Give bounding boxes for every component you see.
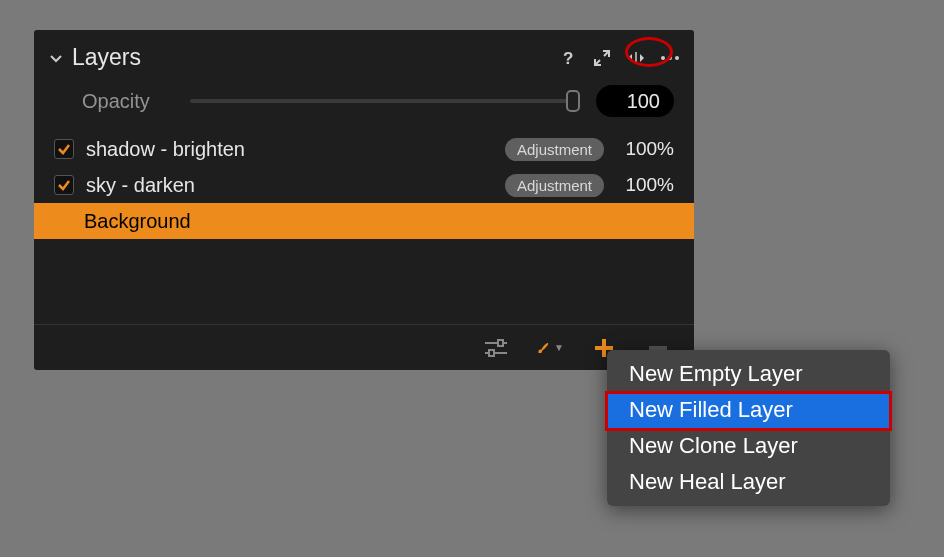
opacity-label: Opacity [82,90,172,113]
layer-visibility-checkbox[interactable] [54,175,74,195]
opacity-row: Opacity 100 [34,79,694,127]
menu-item[interactable]: New Empty Layer [607,356,890,392]
slider-thumb[interactable] [566,90,580,112]
menu-item[interactable]: New Filled Layer [607,392,890,428]
svg-point-3 [668,56,672,60]
layer-row[interactable]: sky - darkenAdjustment100% [34,167,694,203]
layer-name: sky - darken [84,174,495,197]
opacity-value-field[interactable]: 100 [596,85,674,117]
svg-rect-8 [489,350,494,356]
more-options-icon[interactable] [660,48,680,68]
layer-row[interactable]: Background [34,203,694,239]
add-layer-menu: New Empty LayerNew Filled LayerNew Clone… [607,350,890,506]
help-icon[interactable]: ? [558,48,578,68]
layers-panel: Layers ? Opacity 100 shadow - brightenAd… [34,30,694,370]
layer-visibility-checkbox[interactable] [54,139,74,159]
layer-name: Background [54,210,674,233]
brush-tool-icon[interactable]: ▼ [536,334,564,362]
header-icons: ? [558,48,680,68]
copy-options-icon[interactable] [626,48,646,68]
opacity-slider[interactable] [190,99,578,103]
panel-footer: ▼ [34,324,694,370]
svg-point-2 [661,56,665,60]
menu-item[interactable]: New Clone Layer [607,428,890,464]
layer-type-badge: Adjustment [505,174,604,197]
collapse-icon[interactable] [48,50,64,66]
svg-rect-6 [498,340,503,346]
layer-opacity-value: 100% [614,174,674,196]
svg-point-4 [675,56,679,60]
panel-title: Layers [72,44,558,71]
layer-type-badge: Adjustment [505,138,604,161]
menu-item[interactable]: New Heal Layer [607,464,890,500]
layer-row[interactable]: shadow - brightenAdjustment100% [34,131,694,167]
panel-header: Layers ? [34,40,694,79]
layer-name: shadow - brighten [84,138,495,161]
expand-icon[interactable] [592,48,612,68]
svg-text:?: ? [563,49,573,67]
layer-list: shadow - brightenAdjustment100%sky - dar… [34,127,694,239]
chevron-down-icon: ▼ [554,342,564,353]
layer-opacity-value: 100% [614,138,674,160]
adjustments-icon[interactable] [482,334,510,362]
